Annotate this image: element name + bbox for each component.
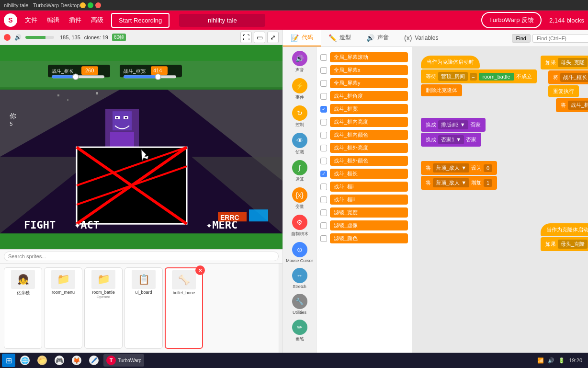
category-control[interactable]: ↻ 控制 xyxy=(284,104,315,130)
minimize-button[interactable] xyxy=(80,2,86,8)
tab-costume[interactable]: ✏️ 造型 xyxy=(321,30,359,46)
switch-block-1[interactable]: 换成 排版dl3 ▼ 否家 xyxy=(421,118,486,132)
category-custom[interactable]: ⚙ 自制积木 xyxy=(284,213,315,239)
if-block[interactable]: 如果 母头_克隆 xyxy=(541,56,588,69)
block-checkbox[interactable] xyxy=(320,196,327,203)
block-checkbox[interactable] xyxy=(320,235,327,242)
volume-slider[interactable] xyxy=(25,36,54,39)
sound-tab-icon: 🔊 xyxy=(366,34,374,42)
block-checkbox[interactable] xyxy=(320,145,327,151)
block-checkbox[interactable] xyxy=(320,67,327,74)
block-list-item[interactable]: 战斗_框外亮度 xyxy=(318,141,410,154)
block-list-item[interactable]: 滤镜_虚像 xyxy=(318,219,410,232)
expand-stage-button[interactable]: ⤢ xyxy=(267,32,279,43)
block-list-item[interactable]: 滤镜_颜色 xyxy=(318,232,410,245)
hat-block-3[interactable]: 当作为克隆体启动时 xyxy=(541,223,588,236)
block-checkbox[interactable] xyxy=(320,80,327,87)
wait-block[interactable]: 等待 营顶_房间 = room_battle 不成立 xyxy=(421,69,537,83)
block-checkbox[interactable] xyxy=(320,184,327,190)
block-list-item[interactable]: 战斗_框角度 xyxy=(318,90,410,103)
block-pill: 战斗_框外颜色 xyxy=(330,156,408,166)
taskbar-app-browser[interactable]: 🌐 xyxy=(17,354,33,367)
block-list-item[interactable]: 全局_屏幕y xyxy=(318,77,410,90)
blocks-editor: 📝 代码 ✏️ 造型 🔊 声音 (x) Variables Find xyxy=(283,30,588,353)
sprites-search-input[interactable] xyxy=(4,252,279,261)
block-list-item[interactable]: 全局_屏幕滚动 xyxy=(318,51,410,64)
tab-sound[interactable]: 🔊 声音 xyxy=(359,30,396,46)
svg-rect-15 xyxy=(116,117,118,118)
category-sensing[interactable]: 👁 侦测 xyxy=(284,131,315,157)
fullscreen-button[interactable]: ⛶ xyxy=(240,32,252,43)
menu-file[interactable]: 文件 xyxy=(21,14,41,26)
sprite-item-room_battle[interactable]: 📁 room_battle Opened xyxy=(84,267,123,349)
sprite-delete-badge[interactable]: ✕ xyxy=(195,265,205,275)
block-list-item[interactable]: 全局_屏幕x xyxy=(318,64,410,77)
sprite-item-亿亲独[interactable]: 👧 亿亲独 xyxy=(4,267,42,349)
block-list-item[interactable]: 战斗_框i xyxy=(318,180,410,193)
block-checkbox[interactable] xyxy=(320,119,327,126)
block-checkbox[interactable]: ✓ xyxy=(320,106,327,113)
taskbar-app-fox[interactable]: 🦊 xyxy=(69,354,84,367)
maximize-button[interactable] xyxy=(88,2,93,8)
category-events[interactable]: ⚡ 事件 xyxy=(284,76,315,103)
category-sound[interactable]: 🔊 声音 xyxy=(284,49,315,75)
block-list-item[interactable]: ✓ 战斗_框宽 xyxy=(318,103,410,115)
repeat-block[interactable]: 重复执行 xyxy=(548,85,579,97)
set-battle-long[interactable]: 将 战斗_框长 ▼ 设为 180 xyxy=(548,70,588,84)
sprite-item-ui_board[interactable]: 📋 ui_board xyxy=(124,267,163,349)
menu-plugins[interactable]: 插件 xyxy=(65,14,85,26)
taskbar-app-turbowarp[interactable]: T TurboWarp xyxy=(103,354,144,367)
switch-block-2[interactable]: 换成 否家1 ▼ 否家 xyxy=(421,133,481,147)
category-cursor[interactable]: ⊙ Mouse Cursor xyxy=(284,240,315,265)
tab-code[interactable]: 📝 代码 xyxy=(283,30,321,46)
sprite-item-bullet_bone[interactable]: ✕ 🦴 bullet_bone xyxy=(165,267,203,349)
find-input[interactable] xyxy=(532,34,588,43)
stage-size-button[interactable]: ▭ xyxy=(254,32,265,43)
delete-clone-block[interactable]: 删除此克隆体 xyxy=(421,84,462,96)
block-checkbox[interactable] xyxy=(320,209,327,216)
svg-text:260: 260 xyxy=(85,68,94,73)
category-functions[interactable]: ∫ 运算 xyxy=(284,158,315,184)
clones-label: clones: 19 xyxy=(84,34,108,40)
taskbar-app-draw[interactable]: 🖊️ xyxy=(86,354,102,367)
taskbar-network-icon: 📶 xyxy=(537,357,544,364)
add-enemy-block[interactable]: 将 营顶_敌人 ▼ 增加 1 xyxy=(421,176,497,190)
taskbar-app-game[interactable]: 🎮 xyxy=(52,354,67,367)
block-list-item[interactable]: 战斗_框内亮度 xyxy=(318,115,410,128)
add-angle-block[interactable]: 将 战斗_框角度 ▼ 增加 -1 xyxy=(556,98,588,112)
block-checkbox[interactable] xyxy=(320,222,327,229)
tab-variables[interactable]: (x) Variables xyxy=(396,30,446,46)
block-checkbox[interactable]: ✓ xyxy=(320,171,327,177)
block-checkbox[interactable] xyxy=(320,158,327,164)
start-button[interactable]: ⊞ xyxy=(2,354,15,367)
turbowarp-icon: T xyxy=(106,356,116,365)
block-list-item[interactable]: 战斗_框ii xyxy=(318,193,410,206)
category-variables[interactable]: {x} 变量 xyxy=(284,185,315,212)
turbowarp-feedback-button[interactable]: TurboWarp 反馈 xyxy=(481,12,542,28)
menu-advanced[interactable]: 高级 xyxy=(87,14,107,26)
block-checkbox[interactable] xyxy=(320,132,327,138)
set-enemy-block[interactable]: 将 营顶_敌人 ▼ 设为 0 xyxy=(421,161,497,175)
taskbar-app-files[interactable]: 📁 xyxy=(34,354,50,367)
block-list-item[interactable]: 战斗_框内颜色 xyxy=(318,128,410,141)
hat-block-1[interactable]: 当作为克隆体启动时 xyxy=(421,56,480,69)
record-button[interactable]: Start Recording xyxy=(111,13,170,28)
category-stretch[interactable]: ↔ Stretch xyxy=(284,266,315,291)
find-button[interactable]: Find xyxy=(512,34,531,43)
block-list-item[interactable]: ✓ 战斗_框长 xyxy=(318,167,410,180)
sprites-scrollbar[interactable] xyxy=(279,264,283,353)
project-name[interactable]: nihility tale xyxy=(179,14,265,27)
sprite-item-room_menu[interactable]: 📁 room_menu xyxy=(44,267,82,349)
category-utilities[interactable]: 🔧 Utilities xyxy=(284,292,315,317)
block-checkbox[interactable] xyxy=(320,54,327,61)
workspace-content: 当作为克隆体启动时 等待 营顶_房间 = room_battle 不成立 删 xyxy=(416,51,588,353)
category-paint[interactable]: ✏ 画笔 xyxy=(284,318,315,344)
block-list-item[interactable]: 战斗_框外颜色 xyxy=(318,154,410,167)
code-workspace[interactable]: 当作为克隆体启动时 等待 营顶_房间 = room_battle 不成立 删 xyxy=(412,47,588,353)
if-block-3[interactable]: 如果 母头_克隆 = 1 那么 xyxy=(541,237,588,251)
block-list-item[interactable]: 滤镜_宽度 xyxy=(318,206,410,219)
block-checkbox[interactable] xyxy=(320,93,327,100)
menu-edit[interactable]: 编辑 xyxy=(43,14,63,26)
variables-tab-icon: (x) xyxy=(404,34,412,42)
close-button[interactable] xyxy=(95,2,101,8)
